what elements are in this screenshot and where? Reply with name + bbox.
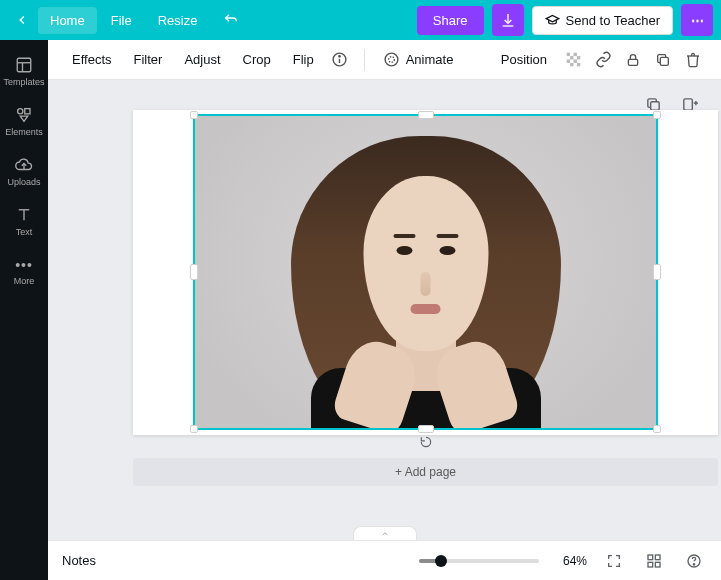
- toolbar-animate[interactable]: Animate: [375, 47, 462, 72]
- resize-handle-mr[interactable]: [653, 264, 661, 280]
- sidebar-item-text[interactable]: Text: [0, 196, 48, 246]
- svg-marker-5: [20, 116, 28, 121]
- text-icon: [15, 206, 33, 224]
- toolbar-transparency-button[interactable]: [559, 46, 587, 74]
- fullscreen-icon: [606, 553, 622, 569]
- bottom-bar: Notes 64%: [48, 540, 721, 580]
- resize-handle-tm[interactable]: [418, 111, 434, 119]
- download-button[interactable]: [492, 4, 524, 36]
- toolbar-effects[interactable]: Effects: [62, 46, 122, 73]
- toolbar-link-button[interactable]: [589, 46, 617, 74]
- nav-resize[interactable]: Resize: [146, 7, 210, 34]
- svg-point-11: [339, 56, 340, 57]
- mortarboard-icon: [545, 13, 560, 28]
- help-icon: [686, 553, 702, 569]
- add-page-button[interactable]: + Add page: [133, 458, 718, 486]
- svg-rect-23: [660, 57, 668, 65]
- toolbar-crop[interactable]: Crop: [233, 46, 281, 73]
- download-icon: [500, 12, 516, 28]
- grid-icon: [646, 553, 662, 569]
- sidebar-item-label: Text: [16, 227, 33, 237]
- back-button[interactable]: [8, 6, 36, 34]
- sidebar-item-label: Templates: [3, 77, 44, 87]
- svg-rect-14: [566, 53, 569, 56]
- duplicate-icon: [655, 52, 671, 68]
- resize-handle-ml[interactable]: [190, 264, 198, 280]
- svg-rect-4: [25, 108, 30, 113]
- help-button[interactable]: [681, 548, 707, 574]
- main-area: Effects Filter Adjust Crop Flip Animate …: [48, 40, 721, 580]
- rotate-icon: [419, 435, 433, 449]
- toolbar-position[interactable]: Position: [491, 46, 557, 73]
- toolbar-delete-button[interactable]: [679, 46, 707, 74]
- top-header: Home File Resize Share Send to Teacher ⋯: [0, 0, 721, 40]
- selected-image[interactable]: [193, 114, 658, 430]
- undo-icon: [223, 12, 239, 28]
- animate-icon: [383, 51, 400, 68]
- left-sidebar: Templates Elements Uploads Text ••• More: [0, 40, 48, 580]
- toolbar-lock-button[interactable]: [619, 46, 647, 74]
- chevron-up-icon: [379, 529, 391, 539]
- svg-rect-15: [573, 53, 576, 56]
- nav-file[interactable]: File: [99, 7, 144, 34]
- sidebar-item-templates[interactable]: Templates: [0, 46, 48, 96]
- sidebar-item-label: More: [14, 276, 35, 286]
- toolbar-duplicate-button[interactable]: [649, 46, 677, 74]
- notes-button[interactable]: Notes: [62, 553, 96, 568]
- svg-rect-24: [650, 101, 659, 110]
- add-page-label: + Add page: [395, 465, 456, 479]
- more-menu-button[interactable]: ⋯: [681, 4, 713, 36]
- bottom-drawer-toggle[interactable]: [353, 526, 417, 540]
- context-toolbar: Effects Filter Adjust Crop Flip Animate …: [48, 40, 721, 80]
- svg-rect-28: [648, 555, 653, 560]
- sidebar-item-elements[interactable]: Elements: [0, 96, 48, 146]
- header-left: Home File Resize: [8, 6, 245, 34]
- send-to-teacher-button[interactable]: Send to Teacher: [532, 6, 673, 35]
- fullscreen-button[interactable]: [601, 548, 627, 574]
- toolbar-divider: [364, 49, 365, 71]
- canvas-viewport[interactable]: + Add page: [48, 80, 721, 540]
- toolbar-info-button[interactable]: [326, 46, 354, 74]
- sidebar-item-label: Elements: [5, 127, 43, 137]
- info-icon: [331, 51, 348, 68]
- svg-rect-31: [655, 562, 660, 567]
- zoom-slider[interactable]: [419, 559, 539, 563]
- nav-home[interactable]: Home: [38, 7, 97, 34]
- grid-view-button[interactable]: [641, 548, 667, 574]
- image-content: [195, 116, 656, 428]
- undo-button[interactable]: [217, 6, 245, 34]
- svg-rect-22: [628, 59, 637, 65]
- svg-rect-0: [17, 58, 31, 72]
- templates-icon: [15, 56, 33, 74]
- toolbar-adjust[interactable]: Adjust: [174, 46, 230, 73]
- svg-point-12: [385, 53, 398, 66]
- toolbar-animate-label: Animate: [406, 52, 454, 67]
- design-page[interactable]: [133, 110, 718, 435]
- svg-rect-21: [576, 63, 579, 66]
- transparency-icon: [565, 51, 582, 68]
- svg-rect-17: [576, 56, 579, 59]
- resize-handle-tr[interactable]: [653, 111, 661, 119]
- sidebar-item-uploads[interactable]: Uploads: [0, 146, 48, 196]
- svg-rect-16: [570, 56, 573, 59]
- resize-handle-br[interactable]: [653, 425, 661, 433]
- toolbar-filter[interactable]: Filter: [124, 46, 173, 73]
- svg-rect-20: [570, 63, 573, 66]
- sidebar-item-more[interactable]: ••• More: [0, 246, 48, 296]
- uploads-icon: [15, 156, 33, 174]
- elements-icon: [15, 106, 33, 124]
- resize-handle-bl[interactable]: [190, 425, 198, 433]
- header-right: Share Send to Teacher ⋯: [417, 4, 713, 36]
- zoom-percent-label: 64%: [553, 554, 587, 568]
- resize-handle-tl[interactable]: [190, 111, 198, 119]
- rotate-handle[interactable]: [416, 432, 436, 452]
- send-to-teacher-label: Send to Teacher: [566, 13, 660, 28]
- svg-rect-25: [683, 98, 692, 109]
- svg-point-33: [693, 563, 694, 564]
- lock-icon: [625, 52, 641, 68]
- sidebar-item-label: Uploads: [7, 177, 40, 187]
- zoom-slider-thumb[interactable]: [435, 555, 447, 567]
- chevron-left-icon: [15, 13, 29, 27]
- toolbar-flip[interactable]: Flip: [283, 46, 324, 73]
- share-button[interactable]: Share: [417, 6, 484, 35]
